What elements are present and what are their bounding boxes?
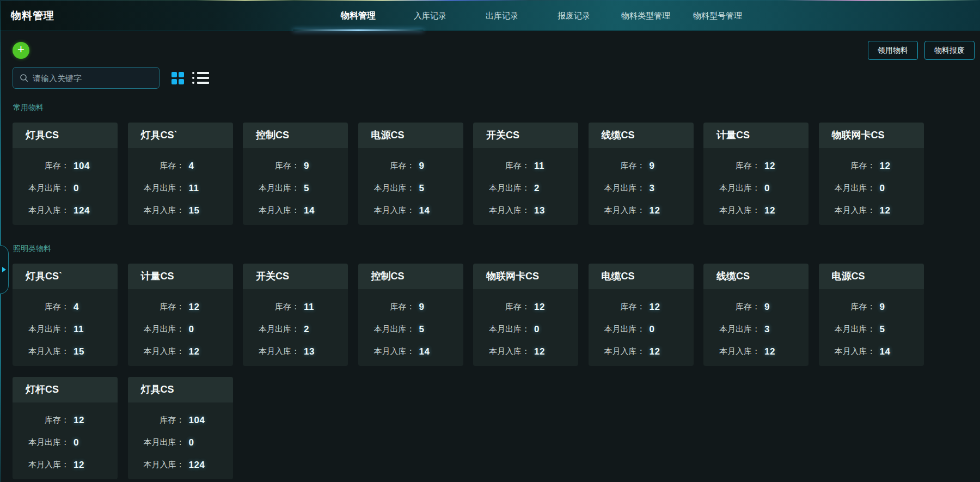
stat-row-month-out: 本月出库：0	[703, 177, 808, 199]
stock-value: 9	[650, 161, 655, 172]
card-body: 库存：4本月出库：11本月入库：15	[128, 148, 233, 222]
stat-row-month-out: 本月出库：2	[243, 318, 348, 340]
stock-value: 12	[189, 302, 200, 313]
stat-row-month-out: 本月出库：0	[13, 431, 118, 454]
card-title: 开关CS	[473, 123, 578, 148]
material-card[interactable]: 灯具CS`库存：4本月出库：11本月入库：15	[128, 123, 233, 225]
month-out-value: 2	[534, 183, 540, 194]
month-out-label: 本月出库：	[13, 324, 69, 334]
stat-row-month-out: 本月出库：5	[243, 177, 348, 199]
material-card[interactable]: 开关CS库存：11本月出库：2本月入库：13	[243, 264, 348, 366]
card-body: 库存：12本月出库：0本月入库：12	[13, 402, 118, 476]
month-in-label: 本月入库：	[819, 205, 875, 216]
month-out-label: 本月出库：	[243, 324, 299, 334]
stock-label: 库存：	[13, 415, 69, 425]
stat-row-stock: 库存：9	[819, 296, 924, 318]
month-out-value: 0	[189, 324, 194, 335]
month-in-value: 14	[419, 346, 430, 357]
month-in-value: 15	[74, 346, 84, 357]
card-body: 库存：12本月出库：0本月入库：12	[589, 289, 694, 363]
month-in-value: 12	[650, 205, 660, 216]
sidebar-collapse-tab[interactable]	[0, 245, 9, 294]
month-out-label: 本月出库：	[473, 183, 530, 193]
material-card[interactable]: 计量CS库存：12本月出库：0本月入库：12	[128, 264, 233, 366]
tab-material[interactable]: 物料管理	[322, 0, 394, 31]
month-out-label: 本月出库：	[128, 183, 185, 193]
tab-scrap[interactable]: 报废记录	[538, 0, 610, 31]
stat-row-stock: 库存：4	[128, 155, 233, 177]
month-out-value: 0	[764, 183, 770, 194]
material-card[interactable]: 灯具CS`库存：4本月出库：11本月入库：15	[13, 264, 118, 366]
stock-label: 库存：	[589, 161, 645, 171]
card-title: 灯具CS`	[128, 123, 233, 148]
grid-view-icon	[171, 72, 177, 77]
stock-value: 9	[419, 161, 425, 172]
material-card[interactable]: 灯杆CS库存：12本月出库：0本月入库：12	[13, 377, 118, 479]
tab-material-model[interactable]: 物料型号管理	[682, 0, 754, 31]
stat-row-month-out: 本月出库：11	[128, 177, 233, 199]
month-in-value: 124	[189, 460, 205, 471]
stat-row-month-in: 本月入库：12	[13, 454, 118, 476]
material-card[interactable]: 电源CS库存：9本月出库：5本月入库：14	[819, 264, 924, 366]
search-input[interactable]	[33, 74, 152, 83]
month-in-label: 本月入库：	[128, 346, 185, 357]
month-out-value: 2	[304, 324, 309, 335]
search-icon	[20, 74, 28, 82]
material-card[interactable]: 开关CS库存：11本月出库：2本月入库：13	[473, 123, 578, 225]
stat-row-stock: 库存：12	[703, 155, 808, 177]
material-card[interactable]: 电源CS库存：9本月出库：5本月入库：14	[358, 123, 463, 225]
month-in-label: 本月入库：	[128, 460, 185, 470]
stock-label: 库存：	[703, 161, 760, 171]
tab-inbound[interactable]: 入库记录	[394, 0, 466, 31]
card-title: 电源CS	[358, 123, 463, 148]
month-out-value: 0	[534, 324, 540, 335]
month-out-label: 本月出库：	[13, 183, 69, 193]
stock-value: 12	[764, 161, 775, 172]
card-title: 灯具CS	[13, 123, 118, 148]
stat-row-month-in: 本月入库：13	[243, 340, 348, 363]
material-card[interactable]: 控制CS库存：9本月出库：5本月入库：14	[358, 264, 463, 366]
month-out-value: 5	[419, 183, 425, 194]
scrap-material-button[interactable]: 物料报废	[924, 41, 975, 60]
stock-label: 库存：	[473, 161, 530, 171]
list-view-button[interactable]	[192, 72, 209, 84]
material-card[interactable]: 灯具CS库存：104本月出库：0本月入库：124	[13, 123, 118, 225]
material-card[interactable]: 控制CS库存：9本月出库：5本月入库：14	[243, 123, 348, 225]
stock-value: 9	[880, 302, 885, 313]
stat-row-month-in: 本月入库：12	[473, 340, 578, 363]
material-card[interactable]: 灯具CS库存：104本月出库：0本月入库：124	[128, 377, 233, 479]
claim-material-button[interactable]: 领用物料	[868, 41, 918, 60]
stat-row-stock: 库存：9	[358, 296, 463, 318]
tab-material-type[interactable]: 物料类型管理	[610, 0, 682, 31]
month-in-label: 本月入库：	[589, 346, 645, 357]
tab-outbound[interactable]: 出库记录	[466, 0, 538, 31]
material-card[interactable]: 线缆CS库存：9本月出库：3本月入库：12	[589, 123, 694, 225]
month-in-value: 12	[650, 346, 660, 357]
month-out-label: 本月出库：	[819, 324, 875, 334]
material-card[interactable]: 电缆CS库存：12本月出库：0本月入库：12	[589, 264, 694, 366]
month-in-value: 12	[534, 346, 545, 357]
month-in-value: 12	[764, 346, 775, 357]
search-box[interactable]	[13, 67, 160, 89]
material-card[interactable]: 线缆CS库存：9本月出库：3本月入库：12	[703, 264, 808, 366]
card-body: 库存：12本月出库：0本月入库：12	[703, 148, 808, 222]
month-out-label: 本月出库：	[128, 324, 185, 334]
stock-label: 库存：	[243, 302, 299, 312]
month-in-label: 本月入库：	[13, 346, 69, 357]
material-card[interactable]: 物联网卡CS库存：12本月出库：0本月入库：12	[819, 123, 924, 225]
stat-row-stock: 库存：12	[819, 155, 924, 177]
month-in-value: 13	[534, 205, 545, 216]
grid-view-button[interactable]	[171, 72, 184, 84]
material-card[interactable]: 物联网卡CS库存：12本月出库：0本月入库：12	[473, 264, 578, 366]
add-button[interactable]: +	[13, 42, 29, 59]
stat-row-month-in: 本月入库：12	[703, 199, 808, 222]
material-card[interactable]: 计量CS库存：12本月出库：0本月入库：12	[703, 123, 808, 225]
stock-label: 库存：	[358, 302, 415, 312]
card-grid: 灯具CS库存：104本月出库：0本月入库：124灯具CS`库存：4本月出库：11…	[13, 123, 980, 225]
card-title: 灯杆CS	[13, 377, 118, 402]
stat-row-month-out: 本月出库：0	[128, 431, 233, 454]
month-out-value: 3	[764, 324, 770, 335]
stat-row-stock: 库存：12	[128, 296, 233, 318]
stock-value: 12	[650, 302, 660, 313]
month-in-value: 14	[419, 205, 430, 216]
